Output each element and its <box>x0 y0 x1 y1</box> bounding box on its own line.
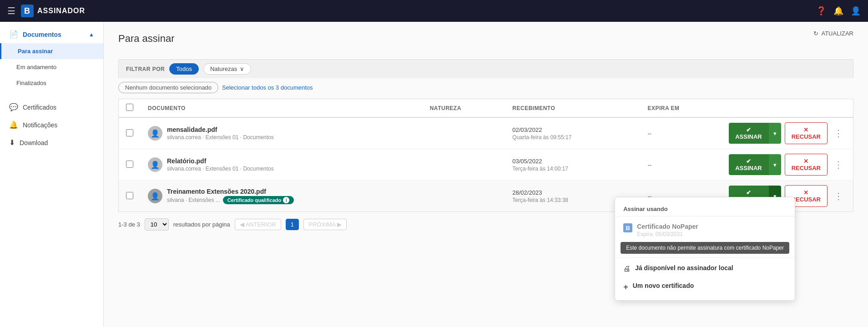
sidebar-item-download[interactable]: ⬇ Download <box>0 134 103 151</box>
header-documento: DOCUMENTO <box>141 99 423 118</box>
row2-doc-details: Relatório.pdf silvana.correa · Extensões… <box>167 157 274 172</box>
sidebar-item-documentos[interactable]: 📄 Documentos ▲ <box>0 25 103 43</box>
dropdown-item-assinador-local[interactable]: 🖨 Já disponível no assinador local <box>615 260 795 277</box>
user-avatar-icon[interactable]: 👤 <box>851 6 861 16</box>
row1-doc-details: mensalidade.pdf silvana.correa · Extensõ… <box>167 126 274 141</box>
row1-document-cell: 👤 mensalidade.pdf silvana.correa · Exten… <box>141 117 423 149</box>
pagination-summary: 1-3 de 3 <box>118 221 140 228</box>
sidebar-item-para-assinar[interactable]: Para assinar <box>0 43 103 59</box>
help-icon[interactable]: ❓ <box>816 6 826 16</box>
select-all-link[interactable]: Selecionar todos os 3 documentos <box>222 84 313 91</box>
dropdown-item-novo-certificado[interactable]: + Um novo certificado <box>615 277 795 297</box>
selection-bar: Nenhum documento selecionado Selecionar … <box>118 78 853 99</box>
naturezas-label: Naturezas <box>210 65 237 72</box>
row2-expires-cell: -- <box>640 149 722 181</box>
row1-more-button[interactable]: ⋮ <box>831 126 846 141</box>
topbar: ☰ B ASSINADOR ❓ 🔔 👤 <box>0 0 868 22</box>
sidebar-item-notificacoes[interactable]: 🔔 Notificações <box>0 116 103 134</box>
table-row: 👤 mensalidade.pdf silvana.correa · Exten… <box>119 117 853 149</box>
sidebar-item-em-andamento-label: Em andamento <box>16 64 56 70</box>
row1-assinar-chevron[interactable]: ▾ <box>768 123 781 144</box>
header-actions <box>722 99 853 118</box>
topbar-brand: B ASSINADOR <box>21 5 85 17</box>
row3-avatar: 👤 <box>148 189 162 203</box>
row3-checkbox[interactable] <box>126 192 133 199</box>
sidebar-item-em-andamento[interactable]: Em andamento <box>0 59 103 75</box>
select-all-checkbox[interactable] <box>126 104 133 111</box>
row2-assinar-chevron[interactable]: ▾ <box>768 154 781 175</box>
assinar-dropdown: Assinar usando B Certificado NoPaper Exp… <box>615 197 795 301</box>
per-page-select[interactable]: 10 20 50 <box>145 218 169 231</box>
avatar-icon: 👤 <box>151 129 160 138</box>
next-page-button[interactable]: PRÓXIMA ▶ <box>303 219 347 230</box>
row3-receipt-date: 28/02/2023 <box>512 189 633 196</box>
sidebar-item-notificacoes-label: Notificações <box>23 121 57 129</box>
assinador-local-label: Já disponível no assinador local <box>635 264 733 272</box>
row3-document-cell: 👤 Treinamento Extensões 2020.pdf silvana… <box>141 181 423 212</box>
row1-natureza-cell <box>423 117 505 149</box>
row2-receipt-cell: 03/05/2022 Terça-feira às 14:00:17 <box>505 149 640 181</box>
brand-b-icon: B <box>21 5 34 17</box>
nopaper-b-icon: B <box>623 223 632 232</box>
sidebar-item-finalizados[interactable]: Finalizados <box>0 75 103 91</box>
certified-qualified-badge: Certificado qualificado i <box>223 196 294 204</box>
row2-checkbox[interactable] <box>126 161 133 168</box>
row1-doc-sub: silvana.correa · Extensões 01 · Document… <box>167 134 274 141</box>
row2-natureza-cell <box>423 149 505 181</box>
refresh-icon: ↻ <box>813 30 818 37</box>
atualizar-button[interactable]: ↻ ATUALIZAR <box>813 30 853 37</box>
sidebar: 📄 Documentos ▲ Para assinar Em andamento… <box>0 22 104 327</box>
row2-more-button[interactable]: ⋮ <box>831 157 846 172</box>
row2-receipt-date: 03/05/2022 <box>512 158 633 165</box>
row2-recusar-button[interactable]: ✕ RECUSAR <box>785 154 828 176</box>
download-icon: ⬇ <box>9 138 15 147</box>
header-checkbox-col <box>119 99 141 118</box>
row2-receipt-day: Terça-feira às 14:00:17 <box>512 166 633 172</box>
cert-info-icon[interactable]: i <box>283 197 289 203</box>
sidebar-item-finalizados-label: Finalizados <box>16 80 46 86</box>
chevron-up-icon: ▲ <box>89 31 94 38</box>
row1-assinar-button[interactable]: ✔ ASSINAR <box>729 123 768 144</box>
filter-naturezas-dropdown[interactable]: Naturezas ∨ <box>203 63 251 75</box>
row1-action-group: ✔ ASSINAR ▾ ✕ RECUSAR ⋮ <box>729 122 846 144</box>
row3-checkbox-cell <box>119 181 141 212</box>
page-title: Para assinar <box>118 33 175 45</box>
row3-more-button[interactable]: ⋮ <box>831 189 846 203</box>
row1-checkbox[interactable] <box>126 129 133 136</box>
table-header: DOCUMENTO NATUREZA RECEBIMENTO EXPIRA EM <box>119 99 853 118</box>
row1-doc-info: 👤 mensalidade.pdf silvana.correa · Exten… <box>148 126 415 141</box>
atualizar-label: ATUALIZAR <box>821 30 853 37</box>
row1-recusar-button[interactable]: ✕ RECUSAR <box>785 122 828 144</box>
certificate-icon: 💬 <box>9 103 18 111</box>
printer-icon: 🖨 <box>623 265 631 273</box>
row3-natureza-cell <box>423 181 505 212</box>
filter-todos-button[interactable]: Todos <box>169 63 199 75</box>
notifications-icon[interactable]: 🔔 <box>833 6 843 16</box>
document-icon: 📄 <box>9 30 18 39</box>
nopaper-label: Certificado NoPaper <box>637 223 698 230</box>
dropdown-header: Assinar usando <box>615 201 795 216</box>
novo-certificado-details: Um novo certificado <box>633 282 694 289</box>
row3-doc-name: Treinamento Extensões 2020.pdf <box>167 188 294 195</box>
nopaper-item-details: Certificado NoPaper Expira: 05/03/2031 <box>637 223 698 237</box>
row3-doc-details: Treinamento Extensões 2020.pdf silvana ·… <box>167 188 294 204</box>
sidebar-item-download-label: Download <box>20 139 48 146</box>
hamburger-icon[interactable]: ☰ <box>7 5 15 16</box>
row2-actions-cell: ✔ ASSINAR ▾ ✕ RECUSAR ⋮ <box>722 149 853 181</box>
topbar-right: ❓ 🔔 👤 <box>816 6 861 16</box>
header-natureza: NATUREZA <box>423 99 505 118</box>
row2-document-cell: 👤 Relatório.pdf silvana.correa · Extensõ… <box>141 149 423 181</box>
nopaper-tooltip: Este documento não permite assinatura co… <box>621 242 789 254</box>
row2-doc-sub: silvana.correa · Extensões 01 · Document… <box>167 166 274 172</box>
row2-assinar-button[interactable]: ✔ ASSINAR <box>729 154 768 175</box>
current-page-button[interactable]: 1 <box>286 219 299 230</box>
table-row: 👤 Relatório.pdf silvana.correa · Extensõ… <box>119 149 853 181</box>
prev-page-button[interactable]: ◀ ANTERIOR <box>235 219 281 230</box>
row3-doc-sub: silvana · Extensões ... Certificado qual… <box>167 196 294 204</box>
row1-receipt-cell: 02/03/2022 Quarta-feira às 09:55:17 <box>505 117 640 149</box>
dropdown-item-nopaper[interactable]: B Certificado NoPaper Expira: 05/03/2031 <box>615 218 795 242</box>
sidebar-item-certificados[interactable]: 💬 Certificados <box>0 98 103 116</box>
row1-avatar: 👤 <box>148 126 162 141</box>
row3-doc-info: 👤 Treinamento Extensões 2020.pdf silvana… <box>148 188 415 204</box>
app-title: ASSINADOR <box>37 7 85 15</box>
